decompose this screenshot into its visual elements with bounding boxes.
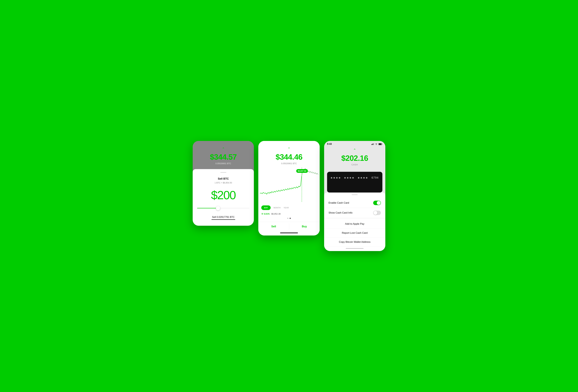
card-dot [350,177,351,179]
menu-item-label: Show Cash Card Info [329,211,353,214]
price-tooltip: $6,637.92 [296,169,308,173]
chevron-up-icon-2[interactable]: ⌃ [288,147,290,151]
svg-rect-1 [371,144,372,145]
menu-item-report-lost[interactable]: Report Lost Cash Card [324,229,385,238]
status-time: 9:43 [327,143,332,146]
wifi-icon [375,143,378,145]
drag-handle[interactable] [220,172,226,173]
card-group-1 [331,177,340,179]
btc-chart: $6,637.92 [258,168,320,202]
menu-item-label: Copy Bitcoin Wallet Address [339,241,371,244]
cash-card: 6794 [327,172,382,193]
home-indicator [280,233,298,233]
menu-item-label: Report Lost Cash Card [342,232,368,235]
show-cash-card-info-toggle[interactable] [373,211,381,215]
time-tabs: DAY MONTH YEAR [258,204,320,211]
status-bar: 9:43 [324,141,385,147]
dot-2 [289,218,291,219]
slider-thumb[interactable] [216,206,220,210]
cash-label: CASH [351,163,358,166]
svg-rect-3 [373,144,373,145]
slider-fill [197,208,218,208]
enable-cash-card-toggle[interactable] [373,201,381,205]
sell-slider[interactable] [197,208,249,208]
stats-row: ⬆ 5.01% $6,852.38 [258,211,320,216]
toggle-knob [377,201,381,205]
sell-btc-label: Sell 0.02917791 BTC [212,216,235,218]
sell-rate: 1 BTC = $6,854.50 [215,182,232,184]
card-dot [331,177,332,179]
svg-point-5 [376,145,377,145]
card-dot [358,177,359,179]
menu-sheet: Enable Cash Card Show Cash Card Info Add… [324,193,385,251]
dots-row [258,216,320,220]
screens-container: ⌃ $344.57 0.05026901 BTC Sell BTC 1 BTC … [193,141,385,251]
card-dot [336,177,337,179]
screen2-top: ⌃ $344.46 0.05026901 BTC [258,141,320,168]
btc-price-screen2: $344.46 [276,152,302,161]
card-dot [339,177,340,179]
home-indicator-3 [346,248,364,249]
sell-button[interactable]: Sell [258,222,289,231]
svg-rect-2 [372,144,373,145]
card-group-3 [358,177,367,179]
battery-icon [379,143,382,145]
screen1-bottom: Sell BTC 1 BTC = $6,854.50 $200 Sell 0.0… [193,169,254,226]
chart-svg [260,168,318,202]
card-dots: 6794 [331,176,379,179]
tab-day[interactable]: DAY [261,205,271,210]
screen-btc-sell: ⌃ $344.57 0.05026901 BTC Sell BTC 1 BTC … [193,141,254,226]
card-dot [344,177,346,179]
slider-track [197,208,249,208]
menu-drag-handle[interactable] [352,194,358,195]
card-dot [347,177,348,179]
tab-year[interactable]: YEAR [284,207,289,209]
chevron-up-icon-3[interactable]: ⌃ [353,148,356,152]
btc-price-screen1: $344.57 [210,152,237,161]
card-dot [366,177,367,179]
btc-sub-screen1: 0.05026901 BTC [215,162,231,165]
card-dot [363,177,365,179]
screen3-top: ⌃ $202.16 CASH [324,147,385,169]
signal-icon [371,143,374,145]
menu-item-label: Add to Apple Pay [345,222,364,225]
sell-amount: $200 [211,188,236,202]
stat-price: $6,852.38 [271,213,281,215]
sell-btc-underline [211,219,235,220]
svg-rect-7 [379,144,381,145]
menu-item-enable-cash-card[interactable]: Enable Cash Card [324,198,385,208]
menu-item-add-apple-pay[interactable]: Add to Apple Pay [324,219,385,229]
menu-item-copy-bitcoin[interactable]: Copy Bitcoin Wallet Address [324,238,385,246]
tab-month[interactable]: MONTH [274,207,281,209]
card-dot [334,177,335,179]
card-dot [361,177,362,179]
sell-title: Sell BTC [218,177,229,180]
card-group-2 [344,177,354,179]
btc-sub-screen2: 0.05026901 BTC [281,162,297,165]
cash-amount: $202.16 [341,154,368,163]
menu-item-show-cash-card-info[interactable]: Show Cash Card Info [324,208,385,218]
stat-pct: ⬆ 5.01% [261,213,270,215]
card-dot [352,177,354,179]
svg-rect-4 [374,143,374,145]
screen-btc-chart: ⌃ $344.46 0.05026901 BTC $6,637.92 DAY M… [258,141,320,236]
buy-button[interactable]: Buy [289,222,320,231]
chart-buttons: Sell Buy [258,222,320,231]
status-icons [371,143,382,145]
toggle-knob [374,211,377,215]
chevron-up-icon[interactable]: ⌃ [222,147,225,151]
menu-item-label: Enable Cash Card [329,201,349,204]
card-number-end: 6794 [372,176,379,179]
screen-cash-card: 9:43 [324,141,385,251]
dot-1 [287,218,289,219]
screen1-top: ⌃ $344.57 0.05026901 BTC [193,141,254,169]
